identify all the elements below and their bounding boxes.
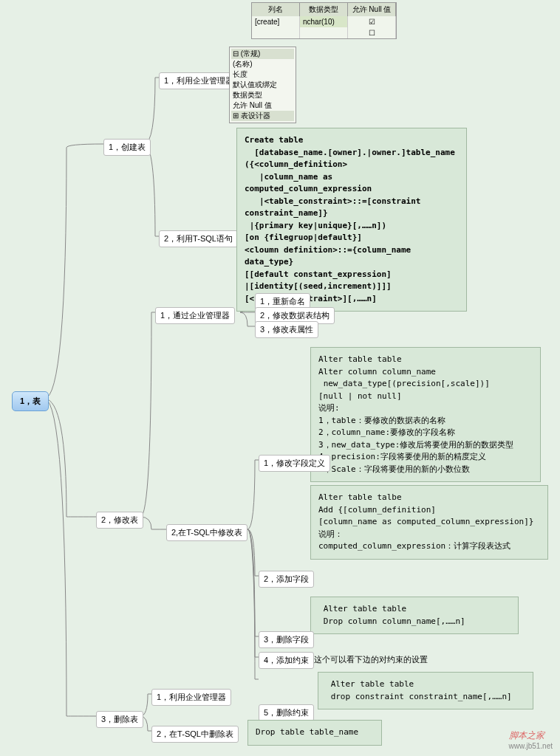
- node-create-em[interactable]: 1，利用企业管理器: [159, 72, 239, 89]
- code-add-column: Alter table talbe Add {[column_definitio…: [310, 485, 548, 560]
- prop-item: 允许 Null 值: [231, 100, 294, 111]
- node-alter-attr[interactable]: 3，修改表属性: [255, 321, 318, 338]
- prop-item: 默认值或绑定: [231, 80, 294, 90]
- node-alter-field[interactable]: 1，修改字段定义: [259, 455, 330, 472]
- th-null: 允许 Null 值: [348, 3, 396, 16]
- th-datatype: 数据类型: [300, 3, 348, 16]
- code-create-table: Create table [database_name.[owner].|own…: [236, 128, 467, 312]
- node-create-tsql[interactable]: 2，利用T-SQL语句: [159, 230, 238, 247]
- prop-item: (名称): [231, 59, 294, 69]
- designer-table: 列名 数据类型 允许 Null 值 [create] nchar(10) ☑ ☐: [251, 2, 397, 39]
- watermark-name: 脚本之家: [509, 730, 544, 740]
- td-datatype: nchar(10): [300, 16, 348, 27]
- code-drop-constraint: Alter table table drop constraint constr…: [318, 672, 533, 709]
- node-drop-table[interactable]: 3，删除表: [96, 711, 143, 728]
- props-header2: 表设计器: [241, 111, 270, 120]
- prop-item: 长度: [231, 69, 294, 80]
- root-node[interactable]: 1，表: [12, 391, 49, 411]
- node-add-field[interactable]: 2，添加字段: [259, 571, 314, 588]
- node-alter-tsql[interactable]: 2,在T-SQL中修改表: [166, 524, 247, 541]
- watermark: 脚本之家 www.jb51.net: [509, 729, 553, 750]
- code-drop-column: Alter table table Drop column column_nam…: [310, 597, 519, 634]
- code-alter-column: Alter table table Alter column column_na…: [310, 347, 541, 482]
- properties-panel: ⊟ (常规) (名称) 长度 默认值或绑定 数据类型 允许 Null 值 ⊞ 表…: [229, 47, 296, 123]
- node-drop-constraint[interactable]: 5，删除约束: [259, 704, 314, 721]
- note-constraint: 这个可以看下边的对约束的设置: [314, 654, 428, 665]
- node-drop-tsql[interactable]: 2，在T-SQL中删除表: [151, 726, 239, 743]
- node-alter-em[interactable]: 1，通过企业管理器: [155, 307, 235, 324]
- node-alter-table[interactable]: 2，修改表: [96, 512, 143, 529]
- node-create-table[interactable]: 1，创建表: [103, 139, 151, 156]
- th-colname: 列名: [252, 3, 300, 16]
- node-add-constraint[interactable]: 4，添加约束: [259, 652, 314, 669]
- watermark-url: www.jb51.net: [509, 742, 553, 750]
- props-header: (常规): [241, 49, 261, 58]
- code-drop-table: Drop table table_name: [247, 720, 382, 746]
- node-drop-em[interactable]: 1，利用企业管理器: [151, 689, 231, 706]
- td-null: ☑: [348, 16, 396, 27]
- node-drop-field[interactable]: 3，删除字段: [259, 631, 314, 648]
- prop-item: 数据类型: [231, 90, 294, 100]
- td-colname: [create]: [252, 16, 300, 27]
